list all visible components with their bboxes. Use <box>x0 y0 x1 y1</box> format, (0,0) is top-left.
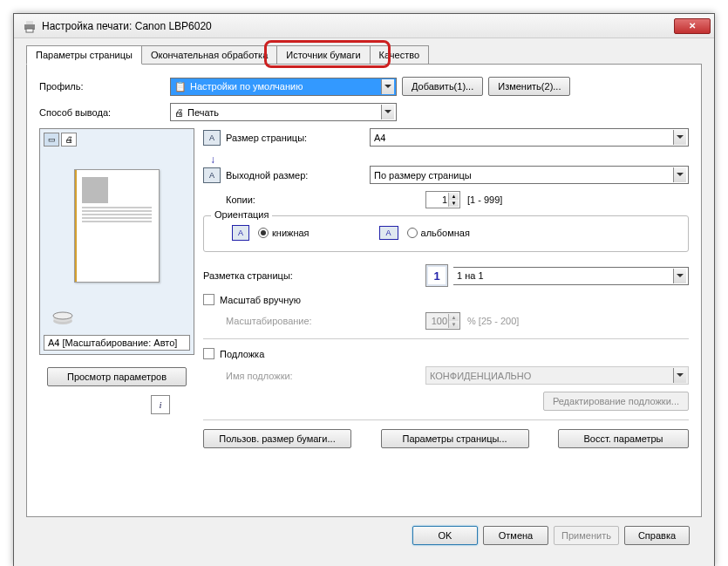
tab-bar: Параметры страницы Окончательная обработ… <box>26 45 702 64</box>
printer-icon <box>23 19 37 33</box>
orientation-portrait-radio[interactable]: A книжная <box>232 225 310 241</box>
print-settings-window: Настройка печати: Canon LBP6020 ✕ Параме… <box>13 13 715 566</box>
svg-rect-2 <box>26 29 33 32</box>
preview-mode-printer-icon[interactable]: 🖨 <box>61 133 77 147</box>
printer-stack-icon <box>51 307 75 326</box>
edit-profile-button[interactable]: Изменить(2)... <box>488 77 570 96</box>
preview-status: A4 [Масштабирование: Авто] <box>44 335 190 351</box>
tab-page-params[interactable]: Параметры страницы <box>26 45 142 65</box>
window-title: Настройка печати: Canon LBP6020 <box>42 20 674 32</box>
page-size-icon: A <box>203 130 221 146</box>
orientation-landscape-radio[interactable]: A альбомная <box>379 225 470 241</box>
user-paper-size-button[interactable]: Пользов. размер бумаги... <box>203 429 351 448</box>
scale-label: Масштабирование: <box>226 316 370 326</box>
chevron-down-icon <box>381 79 394 94</box>
watermark-select: КОНФИДЕНЦИАЛЬНО <box>425 366 689 385</box>
help-button[interactable]: Справка <box>624 526 690 545</box>
titlebar: Настройка печати: Canon LBP6020 ✕ <box>14 14 714 38</box>
manual-scale-checkbox[interactable] <box>203 294 214 305</box>
edit-watermark-button: Редактирование подложки... <box>543 392 689 411</box>
page-preview-image <box>74 169 160 283</box>
manual-scale-label: Масштаб вручную <box>220 295 301 305</box>
profile-label: Профиль: <box>39 81 170 92</box>
output-label: Способ вывода: <box>39 107 170 118</box>
watermark-label: Подложка <box>220 349 264 359</box>
layout-label: Разметка страницы: <box>203 270 370 281</box>
output-select[interactable]: 🖨Печать <box>170 103 397 121</box>
scale-spinner: 100 ▲▼ <box>425 312 460 330</box>
view-params-button[interactable]: Просмотр параметров <box>47 367 187 386</box>
dialog-button-bar: OK Отмена Применить Справка <box>26 517 702 554</box>
page-params-button[interactable]: Параметры страницы... <box>381 429 529 448</box>
scale-range: % [25 - 200] <box>467 316 519 326</box>
preview-mode-page-icon[interactable]: ▭ <box>44 133 59 147</box>
tab-finishing[interactable]: Окончательная обработка <box>141 45 277 64</box>
tab-quality[interactable]: Качество <box>370 45 430 64</box>
watermark-name-label: Имя подложки: <box>226 371 370 381</box>
copies-label: Копии: <box>226 194 370 205</box>
output-size-select[interactable]: По размеру страницы <box>370 166 689 184</box>
orientation-group: Ориентация A книжная A альбомная <box>203 215 689 252</box>
apply-button: Применить <box>554 526 619 545</box>
copies-spinner[interactable]: 1 ▲▼ <box>425 191 460 208</box>
layout-icon: 1 <box>425 264 448 287</box>
chevron-down-icon <box>381 105 394 119</box>
close-button[interactable]: ✕ <box>674 18 711 34</box>
orientation-legend: Ориентация <box>211 209 272 220</box>
preview-panel: ▭ 🖨 A4 [Масштабирование: Авто] <box>39 128 194 355</box>
copies-range: [1 - 999] <box>467 194 502 205</box>
tab-paper-source[interactable]: Источник бумаги <box>276 45 370 64</box>
output-size-icon: A <box>203 167 221 183</box>
profile-select[interactable]: 📋Настройки по умолчанию <box>170 78 397 96</box>
cancel-button[interactable]: Отмена <box>483 526 548 545</box>
page-size-select[interactable]: A4 <box>370 128 689 147</box>
ok-button[interactable]: OK <box>412 526 478 545</box>
restore-button[interactable]: Восст. параметры <box>558 429 689 448</box>
watermark-checkbox[interactable] <box>203 348 214 359</box>
output-size-label: Выходной размер: <box>226 170 370 181</box>
info-icon[interactable]: i <box>151 395 170 414</box>
svg-point-5 <box>53 312 72 319</box>
layout-select[interactable]: 1 на 1 <box>453 267 689 285</box>
add-profile-button[interactable]: Добавить(1)... <box>402 77 483 96</box>
svg-rect-1 <box>26 21 33 24</box>
page-size-label: Размер страницы: <box>226 133 370 143</box>
tab-content: Профиль: 📋Настройки по умолчанию Добавит… <box>26 64 702 517</box>
